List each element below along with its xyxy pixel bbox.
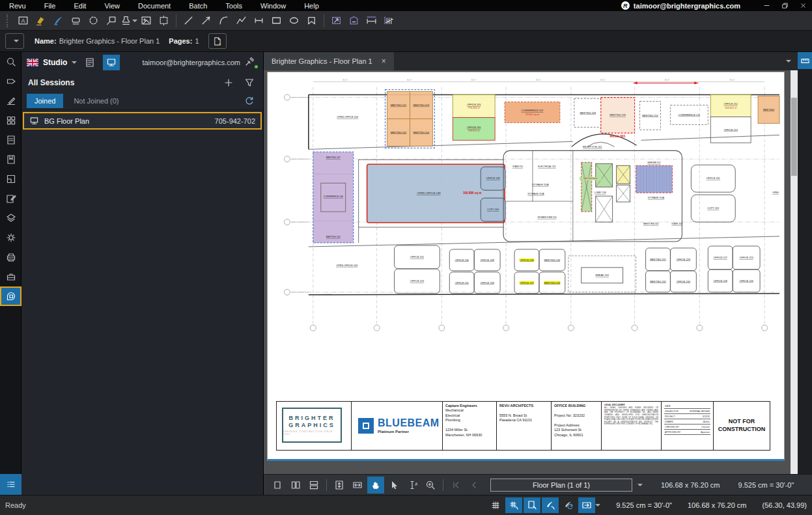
measure-length-icon[interactable] <box>363 13 380 29</box>
tab-list-chevron-icon[interactable] <box>786 60 791 63</box>
synchronize-views-button[interactable] <box>578 497 595 513</box>
studio-connection-button[interactable] <box>245 56 258 69</box>
page-navigation-field[interactable]: Floor Plan (1 of 1) <box>490 479 632 492</box>
cloud-icon[interactable] <box>85 13 102 29</box>
markups-list-button[interactable] <box>0 474 21 495</box>
text-box-icon[interactable]: A <box>14 13 32 29</box>
measurements-panel-button[interactable] <box>798 52 812 69</box>
restore-button[interactable] <box>776 0 794 11</box>
vertical-scrollbar[interactable] <box>791 70 798 474</box>
sidebar-tab-layers[interactable] <box>0 208 21 228</box>
chevron-down-icon[interactable] <box>595 504 600 507</box>
sidebar-tab-bookmarks[interactable] <box>0 150 21 169</box>
snap-to-grid-button[interactable] <box>505 497 522 513</box>
sidebar-tab-spaces[interactable] <box>0 169 21 189</box>
polygon-icon[interactable] <box>303 13 320 29</box>
select-text-tool-button[interactable]: A <box>404 477 421 494</box>
sidebar-tab-settings[interactable] <box>0 228 21 247</box>
close-tab-icon[interactable]: × <box>382 57 386 66</box>
sidebar-tab-3d-model-tree[interactable] <box>0 247 21 267</box>
session-row-bg-floor-plan[interactable]: BG Floor Plan 705-942-702 <box>23 112 262 130</box>
side-by-side-mode-button[interactable] <box>287 477 304 494</box>
page-setup-dropdown[interactable] <box>5 33 24 49</box>
sidebar-tab-markup-summary[interactable] <box>0 189 21 208</box>
title-block-line <box>499 408 548 413</box>
revu-application-window: RevuFileEditViewDocumentBatchToolsWindow… <box>0 0 812 515</box>
select-tool-button[interactable] <box>385 477 402 494</box>
menu-file[interactable]: File <box>35 1 65 10</box>
account-email[interactable]: taimoor@brightergraphics.com <box>634 2 740 10</box>
menu-edit[interactable]: Edit <box>64 1 95 10</box>
dimension-icon[interactable] <box>250 13 268 29</box>
measure-perimeter-icon[interactable] <box>345 13 363 29</box>
tab-joined[interactable]: Joined <box>27 94 63 108</box>
insert-page-button[interactable] <box>208 33 227 49</box>
fit-width-button[interactable] <box>349 477 366 494</box>
new-session-button[interactable] <box>221 75 236 90</box>
menu-batch[interactable]: Batch <box>180 1 216 10</box>
close-button[interactable] <box>794 0 812 11</box>
menu-view[interactable]: View <box>95 1 129 10</box>
menu-tools[interactable]: Tools <box>216 1 251 10</box>
chevron-down-icon[interactable] <box>72 61 77 64</box>
pdf-page[interactable]: MEETING 201MEETING 203MEETING 202MEETING… <box>267 72 785 461</box>
menu-document[interactable]: Document <box>129 1 180 10</box>
main-region: Studio taimoor@brightergraphics.com All … <box>0 52 812 495</box>
eraser-icon[interactable] <box>67 13 85 29</box>
polyline-icon[interactable] <box>232 13 250 29</box>
sidebar-tab-tool-chest[interactable] <box>0 267 21 286</box>
previous-page-button[interactable] <box>466 477 483 494</box>
measure-count-icon[interactable] <box>380 13 398 29</box>
sidebar-tab-file-access[interactable] <box>0 72 21 91</box>
snap-to-markup-button[interactable] <box>542 497 559 513</box>
plan-label: STAIR 259 <box>671 223 682 225</box>
document-tab[interactable]: Brighter Graphics - Floor Plan 1 × <box>264 52 394 70</box>
tab-not-joined[interactable]: Not Joined (0) <box>66 94 126 108</box>
stamp-icon[interactable] <box>120 13 137 29</box>
document-info-bar: Name: Brighter Graphics - Floor Plan 1 P… <box>0 31 812 52</box>
sidebar-tab-search[interactable] <box>0 52 21 72</box>
zoom-tool-button[interactable] <box>422 477 439 494</box>
room-label: MEETING 209 <box>609 114 626 117</box>
status-scale[interactable]: 9.525 cm = 30'-0" <box>616 501 672 509</box>
callout-icon[interactable] <box>102 13 120 29</box>
sequence-button[interactable] <box>560 497 577 513</box>
studio-sessions-button[interactable] <box>103 55 120 70</box>
menu-window[interactable]: Window <box>251 1 295 10</box>
arc-icon[interactable] <box>215 13 232 29</box>
snapshot-icon[interactable] <box>155 13 173 29</box>
fit-page-button[interactable] <box>331 477 348 494</box>
snap-to-content-button[interactable] <box>524 497 540 513</box>
menu-help[interactable]: Help <box>295 1 328 10</box>
highlight-icon[interactable] <box>32 13 49 29</box>
arrow-icon[interactable] <box>197 13 215 29</box>
split-mode-button[interactable] <box>305 477 322 494</box>
doc-name-value: Brighter Graphics - Floor Plan 1 <box>59 37 160 45</box>
show-grid-button[interactable] <box>487 497 504 513</box>
drawing-canvas[interactable]: MEETING 201MEETING 203MEETING 202MEETING… <box>264 70 798 474</box>
first-page-button[interactable] <box>447 477 464 494</box>
menu-revu[interactable]: Revu <box>0 1 35 10</box>
minimize-button[interactable] <box>757 0 776 11</box>
studio-projects-button[interactable] <box>81 55 98 70</box>
pan-tool-button[interactable] <box>367 477 384 494</box>
ellipse-icon[interactable] <box>285 13 303 29</box>
line-icon[interactable] <box>180 13 197 29</box>
sidebar-tab-signatures[interactable] <box>0 91 21 111</box>
scrollbar-thumb[interactable] <box>791 98 797 176</box>
page-list-chevron-icon[interactable] <box>637 484 643 486</box>
measure-area-icon[interactable] <box>328 13 345 29</box>
pen-icon[interactable] <box>49 13 67 29</box>
room-label: OFFICE 227 <box>714 257 727 259</box>
sidebar-tab-studio[interactable] <box>0 286 21 306</box>
floor-plan-drawing[interactable]: MEETING 201MEETING 203MEETING 202MEETING… <box>268 72 784 398</box>
sidebar-tab-thumbnails[interactable] <box>0 111 21 130</box>
sidebar-tab-properties[interactable] <box>0 130 21 150</box>
rectangle-icon[interactable] <box>268 13 285 29</box>
refresh-sessions-button[interactable] <box>241 93 258 109</box>
toolbar-grip[interactable] <box>7 14 9 27</box>
room-label: OFFICE 230 <box>677 281 690 283</box>
filter-sessions-button[interactable] <box>242 75 257 90</box>
image-icon[interactable] <box>137 13 155 29</box>
single-page-mode-button[interactable] <box>269 477 286 494</box>
